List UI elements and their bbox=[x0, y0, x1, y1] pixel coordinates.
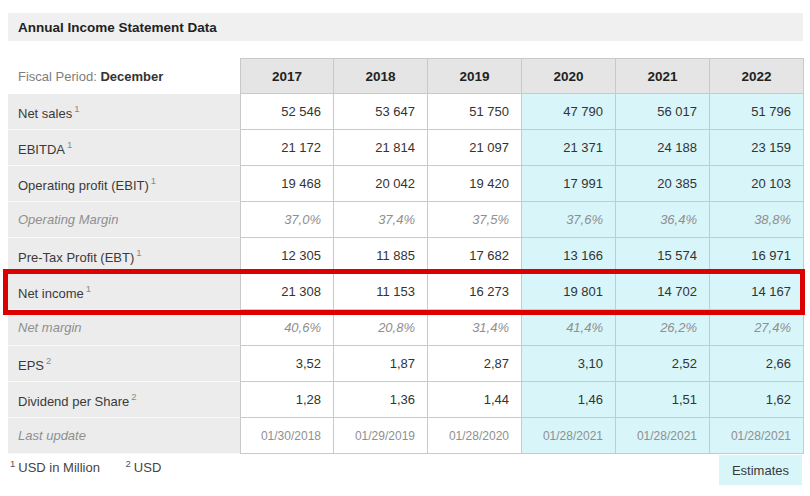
value-cell: 2,66 bbox=[710, 346, 804, 382]
value-cell: 47 790 bbox=[522, 94, 616, 130]
value-cell: 24 188 bbox=[616, 130, 710, 166]
footnote-text-2: USD bbox=[134, 460, 161, 475]
row-label: Net sales1 bbox=[8, 94, 240, 130]
row-label: Last update bbox=[8, 418, 240, 454]
value-cell: 20 103 bbox=[710, 166, 804, 202]
income-statement-table: Fiscal Period: December 2017201820192020… bbox=[8, 58, 804, 454]
fiscal-period-value: December bbox=[100, 69, 163, 84]
value-cell: 20 385 bbox=[616, 166, 710, 202]
footnote-marker: 1 bbox=[151, 175, 156, 186]
value-cell: 1,36 bbox=[334, 382, 428, 418]
value-cell: 14 702 bbox=[616, 274, 710, 310]
value-cell: 3,10 bbox=[522, 346, 616, 382]
value-cell: 11 153 bbox=[334, 274, 428, 310]
value-cell: 1,46 bbox=[522, 382, 616, 418]
table-row: Last update01/30/201801/29/201901/28/202… bbox=[8, 418, 804, 454]
row-label: Operating Margin bbox=[8, 202, 240, 238]
row-label: EBITDA1 bbox=[8, 130, 240, 166]
value-cell: 38,8% bbox=[710, 202, 804, 238]
column-header-2022: 2022 bbox=[710, 58, 804, 94]
footnote-marker: 2 bbox=[46, 355, 51, 366]
value-cell: 1,51 bbox=[616, 382, 710, 418]
value-cell: 21 097 bbox=[428, 130, 522, 166]
value-cell: 37,5% bbox=[428, 202, 522, 238]
table-row: Operating profit (EBIT)119 46820 04219 4… bbox=[8, 166, 804, 202]
value-cell: 11 885 bbox=[334, 238, 428, 274]
value-cell: 01/28/2021 bbox=[710, 418, 804, 454]
value-cell: 17 991 bbox=[522, 166, 616, 202]
value-cell: 20,8% bbox=[334, 310, 428, 346]
table-row: Dividend per Share21,281,361,441,461,511… bbox=[8, 382, 804, 418]
value-cell: 56 017 bbox=[616, 94, 710, 130]
value-cell: 21 308 bbox=[240, 274, 334, 310]
value-cell: 12 305 bbox=[240, 238, 334, 274]
value-cell: 01/28/2021 bbox=[522, 418, 616, 454]
table-row: EBITDA121 17221 81421 09721 37124 18823 … bbox=[8, 130, 804, 166]
footnote-marker: 1 bbox=[86, 283, 91, 294]
value-cell: 14 167 bbox=[710, 274, 804, 310]
value-cell: 37,0% bbox=[240, 202, 334, 238]
table-row: Net income121 30811 15316 27319 80114 70… bbox=[8, 274, 804, 310]
footnotes: 1USD in Million 2USD bbox=[10, 458, 183, 475]
footnote-sup-2: 2 bbox=[126, 458, 131, 469]
row-label: Net margin bbox=[8, 310, 240, 346]
value-cell: 1,62 bbox=[710, 382, 804, 418]
column-header-2017: 2017 bbox=[240, 58, 334, 94]
page-title: Annual Income Statement Data bbox=[8, 13, 803, 41]
value-cell: 1,87 bbox=[334, 346, 428, 382]
row-label: EPS2 bbox=[8, 346, 240, 382]
value-cell: 31,4% bbox=[428, 310, 522, 346]
value-cell: 3,52 bbox=[240, 346, 334, 382]
table-row: Net sales152 54653 64751 75047 79056 017… bbox=[8, 94, 804, 130]
row-label: Dividend per Share2 bbox=[8, 382, 240, 418]
table-row: EPS23,521,872,873,102,522,66 bbox=[8, 346, 804, 382]
value-cell: 27,4% bbox=[710, 310, 804, 346]
value-cell: 52 546 bbox=[240, 94, 334, 130]
estimates-label: Estimates bbox=[732, 463, 789, 478]
value-cell: 1,44 bbox=[428, 382, 522, 418]
footnote-text-1: USD in Million bbox=[18, 460, 100, 475]
footnote-marker: 1 bbox=[136, 247, 141, 258]
row-label: Pre-Tax Profit (EBT)1 bbox=[8, 238, 240, 274]
table-header-row: Fiscal Period: December 2017201820192020… bbox=[8, 58, 804, 94]
page-title-text: Annual Income Statement Data bbox=[18, 20, 217, 35]
value-cell: 19 801 bbox=[522, 274, 616, 310]
value-cell: 36,4% bbox=[616, 202, 710, 238]
value-cell: 37,6% bbox=[522, 202, 616, 238]
value-cell: 20 042 bbox=[334, 166, 428, 202]
value-cell: 40,6% bbox=[240, 310, 334, 346]
footnote-usd-million: 1USD in Million bbox=[10, 460, 100, 475]
value-cell: 16 971 bbox=[710, 238, 804, 274]
value-cell: 23 159 bbox=[710, 130, 804, 166]
value-cell: 26,2% bbox=[616, 310, 710, 346]
value-cell: 21 172 bbox=[240, 130, 334, 166]
value-cell: 21 814 bbox=[334, 130, 428, 166]
footnote-usd: 2USD bbox=[126, 460, 162, 475]
value-cell: 15 574 bbox=[616, 238, 710, 274]
footnote-marker: 1 bbox=[67, 139, 72, 150]
column-header-2019: 2019 bbox=[428, 58, 522, 94]
fiscal-period-label: Fiscal Period: bbox=[18, 69, 97, 84]
value-cell: 2,52 bbox=[616, 346, 710, 382]
value-cell: 01/29/2019 bbox=[334, 418, 428, 454]
row-label: Operating profit (EBIT)1 bbox=[8, 166, 240, 202]
value-cell: 37,4% bbox=[334, 202, 428, 238]
footnote-sup-1: 1 bbox=[10, 458, 15, 469]
value-cell: 01/28/2020 bbox=[428, 418, 522, 454]
table-row: Pre-Tax Profit (EBT)112 30511 88517 6821… bbox=[8, 238, 804, 274]
value-cell: 41,4% bbox=[522, 310, 616, 346]
column-header-2021: 2021 bbox=[616, 58, 710, 94]
value-cell: 13 166 bbox=[522, 238, 616, 274]
table-row: Operating Margin37,0%37,4%37,5%37,6%36,4… bbox=[8, 202, 804, 238]
estimates-legend-badge: Estimates bbox=[719, 455, 802, 485]
value-cell: 2,87 bbox=[428, 346, 522, 382]
column-header-2018: 2018 bbox=[334, 58, 428, 94]
value-cell: 16 273 bbox=[428, 274, 522, 310]
value-cell: 21 371 bbox=[522, 130, 616, 166]
value-cell: 19 420 bbox=[428, 166, 522, 202]
footnote-marker: 2 bbox=[131, 391, 136, 402]
value-cell: 53 647 bbox=[334, 94, 428, 130]
footnote-marker: 1 bbox=[74, 103, 79, 114]
value-cell: 51 750 bbox=[428, 94, 522, 130]
fiscal-period-cell: Fiscal Period: December bbox=[8, 58, 240, 94]
